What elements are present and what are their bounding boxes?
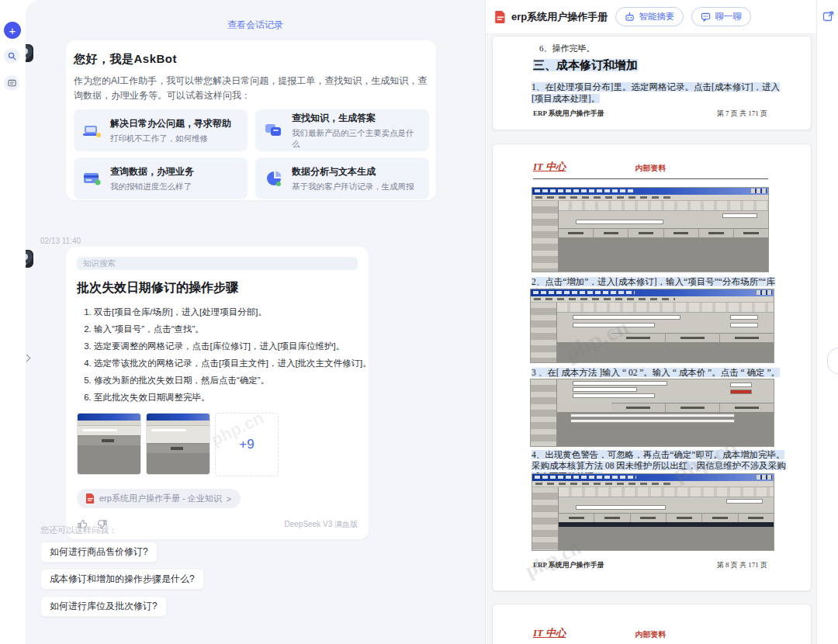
suggestions-label: 您还可以这样问我： xyxy=(40,525,204,536)
erp-screenshot-1 xyxy=(532,187,769,272)
plus-icon: + xyxy=(9,25,16,36)
erp-screenshot-thumbnail-1[interactable] xyxy=(77,413,141,475)
knowledge-icon xyxy=(263,119,285,141)
collapse-panel-chevron-icon[interactable] xyxy=(24,351,35,365)
followup-suggestions: 您还可以这样问我： 如何进行商品售价修订? 成本修订和增加的操作步骤是什么? 如… xyxy=(40,525,204,623)
welcome-title: 您好，我是AskBot xyxy=(74,52,429,67)
chat-history-icon xyxy=(8,79,16,88)
search-icon xyxy=(8,52,16,61)
citation-text: erp系统用户操作手册 - 企业知识 xyxy=(99,493,222,504)
suggestion-card-knowledge[interactable]: 查找知识，生成答案我们最新产品的三个主要卖点是什么 xyxy=(255,109,429,151)
document-scroll-area[interactable]: 6、操作完毕。 三、成本修订和增加 1、在[处理项目分布]里。选定网格记录。点击… xyxy=(486,34,816,644)
followup-question[interactable]: 如何进行商品售价修订? xyxy=(40,542,158,563)
card-title: 查找知识，生成答案 xyxy=(292,112,421,125)
answer-step: 选定带该批次的网格记录，点击[项目主文件]，进入[批次主文件修订]。 xyxy=(94,355,358,372)
new-chat-button[interactable]: + xyxy=(4,22,21,39)
smart-summary-button[interactable]: 智能摘要 xyxy=(615,7,684,26)
answer-step: 输入“项目号”，点击“查找”。 xyxy=(94,320,358,338)
card-title: 数据分析与文本生成 xyxy=(292,165,414,178)
pdf-icon xyxy=(495,11,506,23)
robot-icon xyxy=(625,12,635,22)
suggestion-card-office-help[interactable]: 解决日常办公问题，寻求帮助打印机不工作了，如何维修 xyxy=(74,109,248,151)
card-subtitle: 我们最新产品的三个主要卖点是什么 xyxy=(292,128,421,150)
card-title: 解决日常办公问题，寻求帮助 xyxy=(110,117,231,130)
page-footer: ERP 系统用户操作手册 第 7 页 共 171 页 xyxy=(533,109,767,119)
footer-title: ERP 系统用户操作手册 xyxy=(533,109,604,119)
data-query-icon xyxy=(81,168,103,189)
document-panel: erp系统用户操作手册 智能摘要 聊一聊 6、操作完毕。 三、成本修订和增加 1… xyxy=(485,0,816,644)
smart-summary-label: 智能摘要 xyxy=(639,11,674,23)
open-external-icon[interactable] xyxy=(822,10,835,23)
chat-about-doc-button[interactable]: 聊一聊 xyxy=(691,7,751,26)
more-images-tile[interactable]: +9 xyxy=(215,413,279,476)
knowledge-search-badge: 知识搜索 xyxy=(77,257,358,270)
header-classification: 内部资料 xyxy=(533,163,768,174)
chat-about-doc-label: 聊一聊 xyxy=(715,11,742,23)
page-header: IT 中心 内部资料 xyxy=(533,160,768,179)
erp-screenshot-4 xyxy=(532,473,774,551)
document-title: erp系统用户操作手册 xyxy=(511,10,608,24)
answer-images: +9 xyxy=(77,413,358,476)
citation-pill[interactable]: erp系统用户操作手册 - 企业知识 > xyxy=(77,489,241,508)
suggestion-card-grid: 解决日常办公问题，寻求帮助打印机不工作了，如何维修 查找知识，生成答案我们最新产… xyxy=(74,109,429,199)
answer-step: 选定要调整的网格记录，点击[库位修订]，进入[项目库位维护]。 xyxy=(94,338,358,355)
right-toolbar-strip xyxy=(816,0,838,644)
followup-question[interactable]: 成本修订和增加的操作步骤是什么? xyxy=(40,569,204,590)
answer-card: 知识搜索 批次失效日期修订的操作步骤 双击[项目仓库/场所]，进入[处理项目分部… xyxy=(66,247,369,539)
citation-arrow-icon: > xyxy=(227,494,231,504)
answer-step: 至此批次失效日期调整完毕。 xyxy=(94,389,358,406)
conversations-button[interactable] xyxy=(4,75,19,91)
erp-screenshot-3 xyxy=(530,379,774,447)
erp-screenshot-2 xyxy=(530,289,774,363)
welcome-description: 作为您的AI工作助手，我可以带您解决日常问题，提报工单，查找知识，生成知识，查询… xyxy=(74,74,429,103)
page-header: IT 中心 内部资料 xyxy=(533,626,768,644)
answer-steps: 双击[项目仓库/场所]，进入[处理项目分部]。 输入“项目号”，点击“查找”。 … xyxy=(94,303,358,406)
card-title: 查询数据，办理业务 xyxy=(110,165,194,178)
document-header: erp系统用户操作手册 智能摘要 聊一聊 xyxy=(486,0,816,34)
suggestion-card-data-query[interactable]: 查询数据，办理业务我的报销进度怎么样了 xyxy=(74,158,248,199)
doc-text: 1、在[处理项目分布]里。选定网格记录。点击[成本修订]，进入[项目成本处理]。 xyxy=(532,81,791,105)
doc-text: 6、操作完毕。 xyxy=(539,43,595,54)
office-help-icon xyxy=(81,119,103,141)
pdf-icon xyxy=(86,493,95,504)
header-classification: 内部资料 xyxy=(533,629,768,640)
left-rail: + xyxy=(0,0,26,644)
page-number: 第 7 页 共 171 页 xyxy=(717,109,767,119)
followup-question[interactable]: 如何进行库位及批次修订? xyxy=(40,596,167,617)
analysis-icon xyxy=(263,168,285,189)
answer-title: 批次失效日期修订的操作步骤 xyxy=(77,280,358,296)
doc-heading: 三、成本修订和增加 xyxy=(533,57,642,75)
model-label: DeepSeek V3 满血版 xyxy=(285,519,358,530)
pdf-page-8: IT 中心 内部资料 xyxy=(492,144,812,591)
search-button[interactable] xyxy=(4,48,19,64)
card-subtitle: 基于我的客户拜访记录，生成周报 xyxy=(292,182,414,192)
answer-step: 双击[项目仓库/场所]，进入[处理项目分部]。 xyxy=(94,303,358,320)
message-timestamp: 02/13 11:40 xyxy=(40,237,81,245)
doc-text: 3 、在[ 成本方法 ]输入 “ 02 ”。输入 “ 成本价 ”。点击 “ 确定… xyxy=(532,367,791,378)
pdf-page-7: 6、操作完毕。 三、成本修订和增加 1、在[处理项目分布]里。选定网格记录。点击… xyxy=(492,36,812,130)
app-window: + 查看会话记录 您好，我是AskBot 作为您的AI工作助手，我可以带您解决日… xyxy=(0,0,838,644)
welcome-card: 您好，我是AskBot 作为您的AI工作助手，我可以带您解决日常问题，提报工单，… xyxy=(66,40,436,200)
pdf-page-9: IT 中心 内部资料 xyxy=(492,604,812,644)
chat-bubble-icon xyxy=(701,12,711,22)
page-number: 第 8 页 共 171 页 xyxy=(717,560,767,570)
page-footer: ERP 系统用户操作手册 第 8 页 共 171 页 xyxy=(533,560,767,570)
view-history-link[interactable]: 查看会话记录 xyxy=(26,19,485,32)
answer-step: 修改为新的批次失效日期，然后点击“确定”。 xyxy=(94,372,358,389)
erp-screenshot-thumbnail-2[interactable] xyxy=(146,413,210,475)
footer-title: ERP 系统用户操作手册 xyxy=(533,560,604,570)
card-subtitle: 打印机不工作了，如何维修 xyxy=(110,133,231,144)
suggestion-card-analysis[interactable]: 数据分析与文本生成基于我的客户拜访记录，生成周报 xyxy=(255,158,429,199)
card-subtitle: 我的报销进度怎么样了 xyxy=(110,182,194,192)
